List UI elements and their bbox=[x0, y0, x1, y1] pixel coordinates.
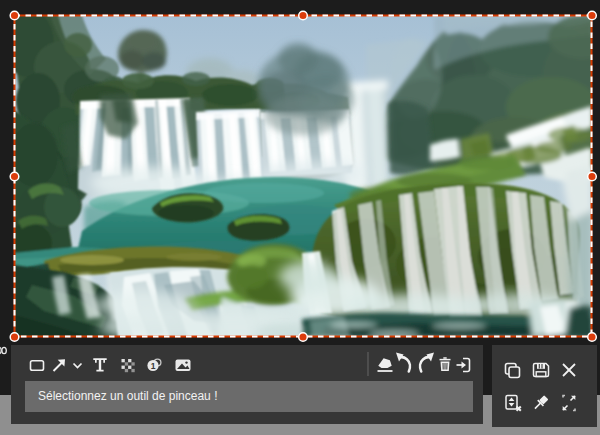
svg-text:1: 1 bbox=[151, 361, 156, 371]
